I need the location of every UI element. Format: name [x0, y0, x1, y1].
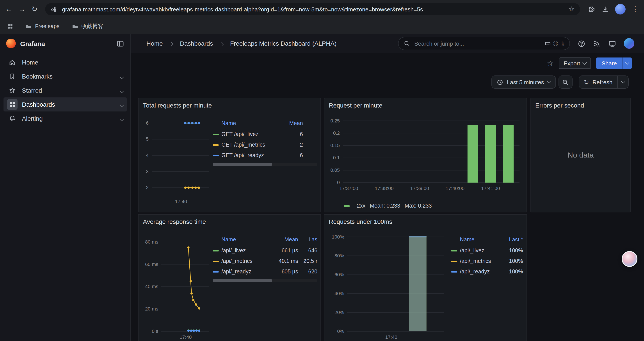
svg-text:17:37:00: 17:37:00 — [339, 186, 358, 191]
series-color-dash — [451, 271, 457, 272]
sidebar-item-home[interactable]: Home — [4, 55, 127, 69]
sidebar-item-starred[interactable]: Starred — [4, 83, 127, 97]
keyboard-icon — [545, 41, 550, 46]
series-last: 100% — [498, 269, 523, 275]
search-input[interactable] — [414, 40, 542, 47]
legend-row[interactable]: /api/_readyz 605 µs 620 — [212, 266, 318, 277]
url-input[interactable] — [61, 6, 565, 13]
chevron-down-icon — [582, 60, 587, 65]
zoom-out-icon — [562, 79, 568, 85]
bar-chart[interactable]: 100%80%60%40%20%0%17:40 — [328, 228, 448, 341]
breadcrumb-home[interactable]: Home — [146, 40, 163, 47]
menu-dots-icon[interactable]: ⋮ — [632, 6, 639, 13]
chevron-down-icon[interactable] — [120, 89, 124, 93]
legend-col-mean[interactable]: Mean — [271, 237, 298, 243]
help-icon[interactable] — [578, 40, 585, 47]
series-name[interactable]: /api/_livez — [460, 247, 498, 254]
reload-icon[interactable]: ↻ — [32, 6, 38, 13]
legend-col-last[interactable]: Last * — [498, 237, 523, 243]
legend-row[interactable]: /api/_livez 661 µs 646 — [212, 245, 318, 256]
share-button[interactable]: Share — [596, 58, 622, 69]
legend-col-last[interactable]: Las — [298, 237, 318, 243]
scrollbar-thumb[interactable] — [212, 279, 272, 282]
legend-row[interactable]: GET /api/_livez 6 — [212, 129, 318, 140]
horizontal-scrollbar[interactable] — [212, 163, 318, 166]
refresh-split-button: ↻ Refresh — [578, 76, 629, 89]
bar-chart[interactable]: 0.250.20.150.10.05017:37:0017:38:0017:39… — [328, 112, 524, 197]
series-mean: 2 — [287, 142, 303, 148]
refresh-interval-button[interactable] — [617, 76, 629, 89]
series-name[interactable]: /api/_readyz — [460, 269, 498, 275]
breadcrumb-dashboards[interactable]: Dashboards — [180, 40, 213, 47]
grafana-logo[interactable] — [6, 39, 16, 48]
forward-icon[interactable]: → — [18, 6, 26, 13]
chevron-down-icon[interactable] — [120, 117, 124, 121]
panel-title[interactable]: Total requests per minute — [143, 102, 212, 109]
share-menu-button[interactable] — [622, 58, 632, 69]
keyboard-shortcut: ⌘+k — [545, 40, 564, 47]
bookmark-folder-freeleaps[interactable]: Freeleaps — [26, 23, 60, 30]
legend-row[interactable]: GET /api/_metrics 2 — [212, 140, 318, 150]
time-range-picker[interactable]: Last 5 minutes — [492, 76, 556, 89]
search-box[interactable]: ⌘+k — [398, 37, 570, 50]
extensions-puzzle-icon[interactable] — [588, 6, 595, 13]
back-icon[interactable]: ← — [5, 6, 12, 13]
panel-title[interactable]: Requests under 100ms — [329, 218, 392, 225]
chevron-down-icon[interactable] — [120, 103, 124, 107]
legend-row[interactable]: /api/_metrics 100% — [451, 256, 523, 266]
tune-icon[interactable] — [51, 6, 57, 13]
legend-col-name[interactable]: Name — [451, 237, 498, 243]
bookmark-folder-blogs[interactable]: 收藏博客 — [72, 23, 103, 30]
url-bar[interactable]: ☆ — [45, 3, 580, 15]
svg-text:5: 5 — [146, 136, 148, 142]
floating-assistant-avatar[interactable] — [622, 251, 638, 267]
legend-row[interactable]: /api/_readyz 100% — [451, 266, 523, 277]
series-color-dash — [344, 205, 350, 206]
series-name[interactable]: /api/_readyz — [222, 269, 271, 275]
export-button[interactable]: Export — [559, 58, 591, 69]
news-rss-icon[interactable] — [593, 40, 600, 47]
user-avatar[interactable] — [624, 38, 634, 49]
sidebar-item-alerting[interactable]: Alerting — [4, 112, 127, 126]
sidebar-item-dashboards[interactable]: Dashboards — [4, 97, 127, 112]
series-name[interactable]: GET /api/_metrics — [222, 142, 287, 148]
time-controls: Last 5 minutes ↻ Refresh — [131, 73, 644, 91]
collapse-sidebar-icon[interactable] — [116, 40, 124, 47]
legend-col-name[interactable]: Name — [212, 120, 287, 126]
panel-total-requests-per-minute: Total requests per minute 6543217:40 Nam… — [138, 98, 321, 212]
horizontal-scrollbar[interactable] — [212, 279, 318, 282]
panel-title[interactable]: Request per minute — [329, 102, 382, 109]
monitor-icon[interactable] — [608, 40, 616, 47]
sidebar-item-bookmarks[interactable]: Bookmarks — [4, 69, 127, 83]
series-name[interactable]: /api/_livez — [222, 247, 271, 254]
series-last: 100% — [498, 258, 523, 264]
download-icon[interactable] — [602, 6, 609, 13]
series-name[interactable]: /api/_metrics — [222, 258, 271, 264]
legend-row[interactable]: GET /api/_readyz 6 — [212, 150, 318, 161]
series-name[interactable]: GET /api/_readyz — [222, 152, 287, 158]
refresh-button[interactable]: ↻ Refresh — [578, 76, 618, 89]
series-name[interactable]: /api/_metrics — [460, 258, 498, 264]
svg-text:0: 0 — [337, 180, 340, 185]
browser-profile-avatar[interactable] — [615, 4, 626, 15]
bookmark-star-icon[interactable]: ☆ — [568, 6, 575, 13]
apps-grid-icon[interactable] — [7, 23, 13, 30]
legend-col-mean[interactable]: Mean — [287, 120, 303, 126]
svg-text:0 s: 0 s — [152, 328, 158, 334]
svg-text:80%: 80% — [334, 253, 344, 258]
series-name[interactable]: 2xx — [357, 203, 366, 209]
panel-title[interactable]: Average response time — [143, 218, 206, 225]
zoom-out-button[interactable] — [558, 76, 572, 89]
timeseries-chart[interactable]: 6543217:40 — [142, 112, 212, 209]
timeseries-chart[interactable]: 80 ms60 ms40 ms20 ms0 s17:40 — [142, 228, 212, 341]
favorite-star-icon[interactable]: ☆ — [547, 60, 554, 67]
legend-row[interactable]: /api/_livez 100% — [451, 245, 523, 256]
bookmarks-bar: Freeleaps 收藏博客 — [0, 19, 644, 34]
chevron-down-icon[interactable] — [120, 75, 124, 79]
scrollbar-thumb[interactable] — [212, 163, 272, 166]
series-mean: 6 — [287, 131, 303, 137]
legend-col-name[interactable]: Name — [212, 237, 271, 243]
series-name[interactable]: GET /api/_livez — [222, 131, 287, 137]
legend-row[interactable]: /api/_metrics 40.1 ms 20.5 r — [212, 256, 318, 266]
svg-text:100%: 100% — [332, 234, 344, 240]
